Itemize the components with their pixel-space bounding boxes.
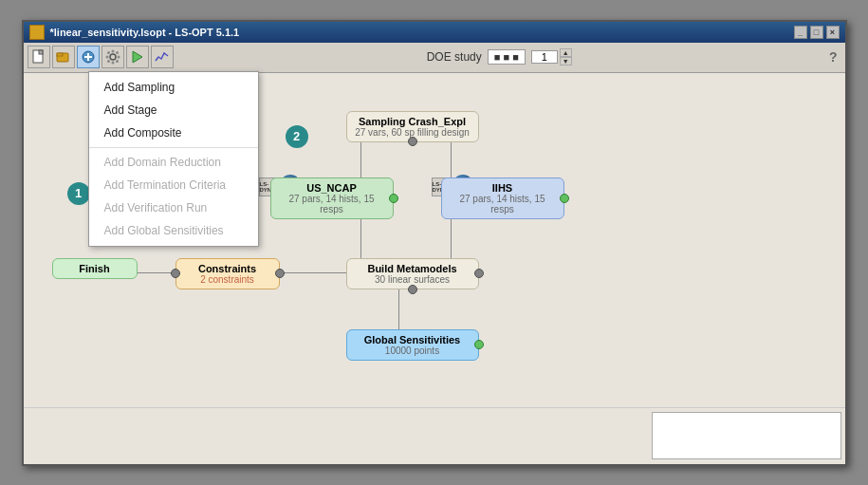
node-iihs[interactable]: IIHS 27 pars, 14 hists, 15 resps <box>441 177 564 219</box>
help-button[interactable]: ? <box>825 49 841 65</box>
build-bottom-connector <box>408 285 417 294</box>
titlebar: *linear_sensitivity.lsopt - LS-OPT 5.1.1… <box>24 22 845 43</box>
study-label: DOE study <box>427 50 482 64</box>
step-2-circle: 2 <box>286 125 308 148</box>
global-title: Global Sensitivities <box>364 334 460 345</box>
step-1-circle: 1 <box>67 182 90 205</box>
constraints-subtitle: 2 constraints <box>200 274 254 285</box>
menu-add-stage[interactable]: Add Stage <box>89 99 258 121</box>
node-constraints[interactable]: Constraints 2 constraints <box>175 258 280 289</box>
constraints-left-connector <box>171 269 180 278</box>
step-2-label: 2 <box>293 129 300 143</box>
sampling-connector <box>408 137 417 146</box>
constraints-title: Constraints <box>198 263 256 274</box>
menu-add-composite[interactable]: Add Composite <box>89 121 258 144</box>
toolbar-center: DOE study ■ ■ ■ ▲ ▼ <box>175 48 823 65</box>
node-sampling[interactable]: Sampling Crash_Expl 27 vars, 60 sp filli… <box>346 111 479 142</box>
usncap-title: US_NCAP <box>306 182 357 194</box>
spinner-arrows[interactable]: ▲ ▼ <box>560 48 572 65</box>
global-connector <box>474 340 484 349</box>
dropdown-menu: Add Sampling Add Stage Add Composite Add… <box>88 71 259 247</box>
svg-point-12 <box>107 51 110 54</box>
iteration-spinner[interactable]: ▲ ▼ <box>531 48 572 65</box>
node-global[interactable]: Global Sensitivities 10000 points <box>346 329 479 361</box>
iihs-subtitle: 27 pars, 14 hists, 15 resps <box>450 194 556 215</box>
arrow-sampling-usncap <box>360 141 361 183</box>
usncap-subtitle: 27 pars, 14 hists, 15 resps <box>279 194 385 215</box>
close-button[interactable]: × <box>826 26 840 39</box>
menu-add-sampling[interactable]: Add Sampling <box>89 76 258 99</box>
build-right-connector <box>474 269 484 278</box>
new-button[interactable] <box>28 46 50 68</box>
svg-point-14 <box>116 51 119 54</box>
app-icon <box>29 25 45 40</box>
build-title: Build Metamodels <box>367 263 456 274</box>
sampling-title: Sampling Crash_Expl <box>359 116 466 127</box>
constraints-right-connector <box>275 269 285 278</box>
restore-button[interactable]: □ <box>810 26 823 39</box>
svg-point-13 <box>116 60 119 63</box>
sampling-subtitle: 27 vars, 60 sp filling design <box>355 127 470 138</box>
usncap-connector <box>389 194 398 203</box>
chart-button[interactable] <box>151 46 174 68</box>
titlebar-left: *linear_sensitivity.lsopt - LS-OPT 5.1.1 <box>29 25 240 40</box>
output-box <box>652 412 841 459</box>
node-finish[interactable]: Finish <box>52 258 138 279</box>
svg-rect-1 <box>39 50 43 54</box>
toolbar: DOE study ■ ■ ■ ▲ ▼ ? Add Sampling Add S… <box>24 43 845 73</box>
minimize-button[interactable]: _ <box>794 26 807 39</box>
menu-add-verification: Add Verification Run <box>89 196 258 219</box>
main-window: *linear_sensitivity.lsopt - LS-OPT 5.1.1… <box>22 20 847 466</box>
arrow-build-global <box>398 287 399 336</box>
svg-point-8 <box>111 50 114 53</box>
build-subtitle: 30 linear surfaces <box>375 274 450 285</box>
svg-marker-16 <box>133 51 142 63</box>
step-1-label: 1 <box>75 186 82 200</box>
finish-title: Finish <box>79 263 109 274</box>
run-button[interactable] <box>126 46 149 68</box>
open-button[interactable] <box>52 46 75 68</box>
add-button[interactable] <box>77 46 100 68</box>
window-title: *linear_sensitivity.lsopt - LS-OPT 5.1.1 <box>50 27 240 38</box>
svg-point-7 <box>110 54 116 60</box>
node-build[interactable]: Build Metamodels 30 linear surfaces <box>346 258 479 289</box>
titlebar-controls[interactable]: _ □ × <box>794 26 840 39</box>
settings-button[interactable] <box>102 46 124 68</box>
svg-point-11 <box>117 56 120 59</box>
global-subtitle: 10000 points <box>385 345 439 356</box>
iihs-title: IIHS <box>492 182 512 194</box>
spinner-up[interactable]: ▲ <box>560 48 572 57</box>
bottom-panel <box>24 407 845 464</box>
node-usncap[interactable]: US_NCAP 27 pars, 14 hists, 15 resps <box>270 177 394 219</box>
menu-divider <box>89 147 258 148</box>
svg-point-10 <box>105 56 108 59</box>
svg-point-9 <box>111 62 114 65</box>
study-type-text: ■ ■ ■ <box>494 51 519 63</box>
svg-rect-3 <box>57 53 63 56</box>
menu-add-domain: Add Domain Reduction <box>89 151 258 174</box>
iteration-input[interactable] <box>531 50 558 64</box>
svg-point-15 <box>107 60 110 63</box>
arrow-usncap-build <box>360 214 361 265</box>
arrow-iihs-build <box>451 214 452 265</box>
spinner-down[interactable]: ▼ <box>560 57 572 65</box>
menu-add-termination: Add Termination Criteria <box>89 174 258 196</box>
iihs-connector <box>560 194 569 203</box>
study-type-box[interactable]: ■ ■ ■ <box>488 49 526 65</box>
menu-add-global-sens: Add Global Sensitivities <box>89 219 258 242</box>
